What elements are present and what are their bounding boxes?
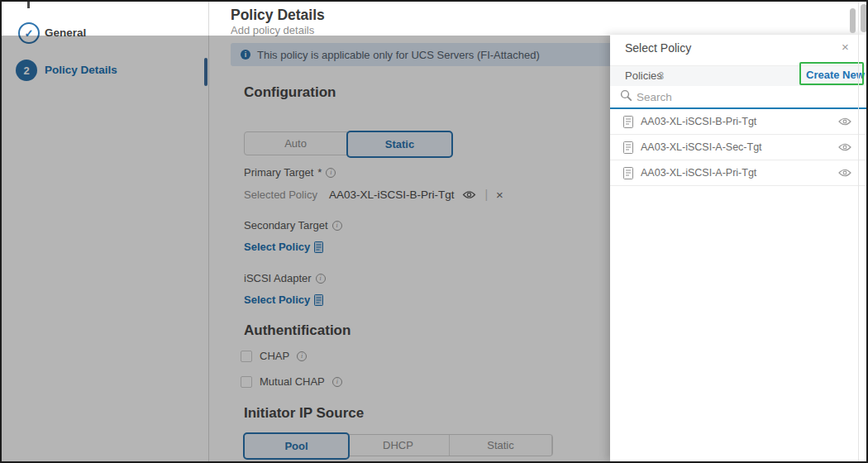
annotation-highlight-box <box>799 62 864 85</box>
eye-preview-icon[interactable] <box>838 117 851 126</box>
policy-list-item[interactable]: AA03-XL-iSCSI-A-Sec-Tgt <box>610 135 866 160</box>
document-policy-icon <box>623 167 633 179</box>
browser-scrollbar-track-edge <box>858 2 859 461</box>
modal-dim-overlay <box>2 36 610 461</box>
select-policy-panel: Select Policy × Policies 3 Create New AA… <box>610 35 866 461</box>
policy-name: AA03-XL-iSCSI-A-Pri-Tgt <box>641 167 756 179</box>
stepper-connector-line <box>27 2 30 8</box>
policy-list: AA03-XL-iSCSI-B-Pri-Tgt AA03-XL-iSCSI-A-… <box>610 109 866 186</box>
eye-preview-icon[interactable] <box>838 143 851 151</box>
policy-name: AA03-XL-iSCSI-A-Sec-Tgt <box>641 141 762 153</box>
page-subtitle: Add policy details <box>231 24 314 36</box>
browser-scrollbar-thumb[interactable] <box>861 4 867 32</box>
policies-count: 3 <box>658 69 664 82</box>
search-input[interactable] <box>637 88 818 105</box>
policy-list-item[interactable]: AA03-XL-iSCSI-B-Pri-Tgt <box>610 109 866 135</box>
policy-list-item[interactable]: AA03-XL-iSCSI-A-Pri-Tgt <box>610 160 866 186</box>
screenshot-frame: ✓ General 2 Policy Details Policy Detail… <box>0 0 868 463</box>
search-icon <box>620 89 632 102</box>
document-policy-icon <box>623 141 633 154</box>
document-policy-icon <box>623 116 633 128</box>
policy-name: AA03-XL-iSCSI-B-Pri-Tgt <box>641 116 756 127</box>
panel-title: Select Policy <box>625 41 691 55</box>
page-scrollbar-thumb[interactable] <box>850 8 856 33</box>
page-title: Policy Details <box>231 7 325 24</box>
policies-label: Policies <box>625 69 662 82</box>
eye-preview-icon[interactable] <box>838 169 851 177</box>
close-icon[interactable]: × <box>842 40 849 54</box>
